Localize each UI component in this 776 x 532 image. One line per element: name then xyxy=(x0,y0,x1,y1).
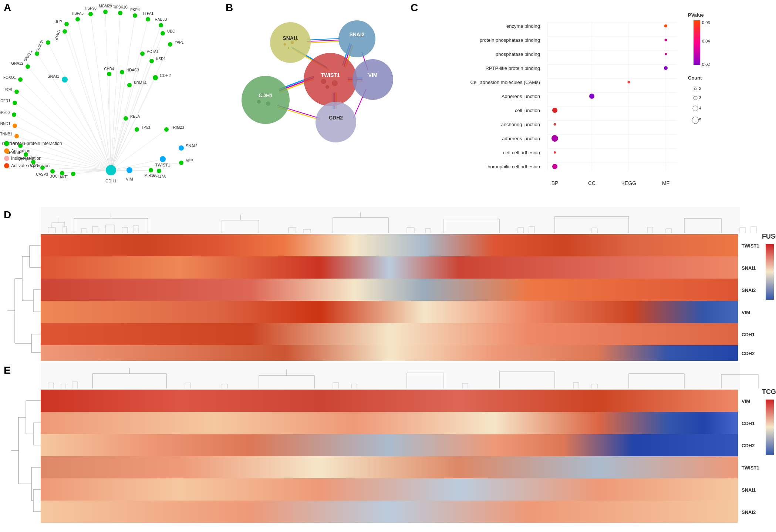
node-b-cdh1 xyxy=(242,76,290,124)
svg-point-85 xyxy=(179,161,183,165)
svg-text:FOS: FOS xyxy=(4,88,12,92)
svg-rect-204 xyxy=(694,20,700,65)
panel-c-label: C xyxy=(411,2,418,14)
svg-text:Indirect relation: Indirect relation xyxy=(11,156,41,161)
svg-text:CDH2: CDH2 xyxy=(160,73,171,78)
node-b-twist1 xyxy=(304,53,357,106)
svg-text:RELA: RELA xyxy=(130,114,140,118)
heatmap-d-row6 xyxy=(41,345,738,361)
svg-text:CTNND1: CTNND1 xyxy=(0,122,10,126)
svg-text:Adherens junction: Adherens junction xyxy=(502,94,540,99)
dot-8-bp xyxy=(551,135,558,142)
svg-line-22 xyxy=(111,44,170,170)
svg-text:KDM1A: KDM1A xyxy=(134,81,147,85)
svg-point-79 xyxy=(153,75,158,80)
pvalue-legend: PValue 0.06 0.04 0.02 xyxy=(688,12,710,67)
heatmap-e: VIM CDH1 CDH2 TWIST1 SNAI1 SNAI2 TCGA xyxy=(0,363,776,532)
svg-text:TWIST1: TWIST1 xyxy=(321,72,340,78)
svg-text:0.06: 0.06 xyxy=(702,20,710,25)
heatmap-d-row1 xyxy=(41,234,738,256)
svg-text:PValue: PValue xyxy=(688,12,704,18)
svg-text:CHD4: CHD4 xyxy=(104,67,114,71)
dot-10-bp xyxy=(552,164,557,169)
svg-line-142 xyxy=(307,41,340,43)
svg-text:KEGG: KEGG xyxy=(621,180,636,186)
svg-text:adherens junction: adherens junction xyxy=(502,136,540,141)
svg-point-159 xyxy=(291,41,294,44)
svg-line-24 xyxy=(111,25,161,170)
svg-point-51 xyxy=(14,90,19,94)
svg-text:YAP1: YAP1 xyxy=(175,40,184,44)
svg-text:HDAC3: HDAC3 xyxy=(126,68,139,72)
gene-label-d-snai2: SNAI2 xyxy=(742,287,756,293)
svg-point-121 xyxy=(64,22,69,26)
dotplot: enzyme binding protein phosphatase bindi… xyxy=(407,0,776,207)
svg-point-215 xyxy=(692,117,699,124)
svg-text:HSPA5: HSPA5 xyxy=(72,11,84,16)
gene-label-d-twist1: TWIST1 xyxy=(742,243,759,249)
gene-label-e-vim: VIM xyxy=(742,398,750,404)
svg-point-133 xyxy=(4,163,9,168)
svg-line-28 xyxy=(105,12,111,170)
svg-point-109 xyxy=(146,17,150,21)
svg-point-87 xyxy=(164,127,169,132)
svg-text:BP: BP xyxy=(551,180,559,186)
svg-point-115 xyxy=(103,10,108,14)
node-b-vim xyxy=(352,59,393,100)
svg-text:HDAC1: HDAC1 xyxy=(54,28,61,42)
svg-line-27 xyxy=(111,13,120,170)
dot-9-bp xyxy=(554,151,556,154)
network-graph-b: SNAI1 SNAI2 CDH1 TWIST1 CDH2 VIM xyxy=(222,0,407,189)
svg-text:BOC: BOC xyxy=(50,174,58,178)
svg-line-2 xyxy=(37,54,111,170)
svg-line-25 xyxy=(111,19,148,170)
svg-point-97 xyxy=(120,70,124,74)
svg-point-129 xyxy=(4,148,9,154)
svg-text:PKP4: PKP4 xyxy=(130,8,140,12)
gene-label-d-cdh2: CDH2 xyxy=(742,351,755,356)
svg-text:EP300: EP300 xyxy=(0,111,10,115)
svg-text:Protein-protein interaction: Protein-protein interaction xyxy=(11,141,62,146)
svg-text:TP53: TP53 xyxy=(141,125,150,129)
svg-text:Cell adhesion molecules (CAMs): Cell adhesion molecules (CAMs) xyxy=(470,80,540,85)
svg-point-73 xyxy=(71,172,75,176)
svg-text:CDH1: CDH1 xyxy=(105,179,117,183)
gene-label-e-snai2: SNAI2 xyxy=(742,509,756,515)
node-b-cdh2 xyxy=(316,102,356,142)
label-snai1: SNAI1 xyxy=(47,74,59,78)
svg-text:GNA13: GNA13 xyxy=(23,50,33,62)
svg-text:enzyme binding: enzyme binding xyxy=(506,23,540,29)
svg-text:5: 5 xyxy=(699,118,701,122)
panel-a: A xyxy=(0,0,222,207)
svg-text:FGFR1: FGFR1 xyxy=(0,99,10,103)
svg-text:phosphatase binding: phosphatase binding xyxy=(496,51,540,57)
panel-b: B SNAI1 xyxy=(222,0,407,207)
svg-point-77 xyxy=(126,167,132,173)
svg-point-93 xyxy=(127,83,132,87)
heatmap-e-row3 xyxy=(41,434,738,456)
svg-point-57 xyxy=(13,124,17,128)
svg-text:CDH2: CDH2 xyxy=(329,115,343,121)
svg-text:TRIM23: TRIM23 xyxy=(171,125,184,129)
panel-d-label: D xyxy=(4,209,11,221)
dot-3-mf xyxy=(664,66,668,70)
dot-4-kegg xyxy=(628,81,630,84)
heatmap-e-row1 xyxy=(41,390,738,412)
svg-text:TTPA1: TTPA1 xyxy=(142,11,154,16)
svg-text:GSK3B: GSK3B xyxy=(36,39,44,52)
svg-text:RPTP-like protein binding: RPTP-like protein binding xyxy=(486,65,540,71)
heatmap-d-row5 xyxy=(41,323,738,345)
svg-point-95 xyxy=(107,72,111,76)
svg-text:0.02: 0.02 xyxy=(702,62,710,67)
svg-text:Count: Count xyxy=(688,75,702,81)
svg-text:SNAI2: SNAI2 xyxy=(186,144,198,148)
svg-text:ACTA1: ACTA1 xyxy=(147,50,159,54)
fuscc-title: FUSCC xyxy=(762,233,776,240)
svg-text:anchoring junction: anchoring junction xyxy=(501,122,540,127)
svg-text:CC: CC xyxy=(588,180,596,186)
panel-a-label: A xyxy=(4,2,11,14)
svg-point-211 xyxy=(694,96,697,100)
color-scale-e xyxy=(766,400,774,455)
heatmap-d-row3 xyxy=(41,279,738,301)
svg-point-111 xyxy=(133,13,137,18)
